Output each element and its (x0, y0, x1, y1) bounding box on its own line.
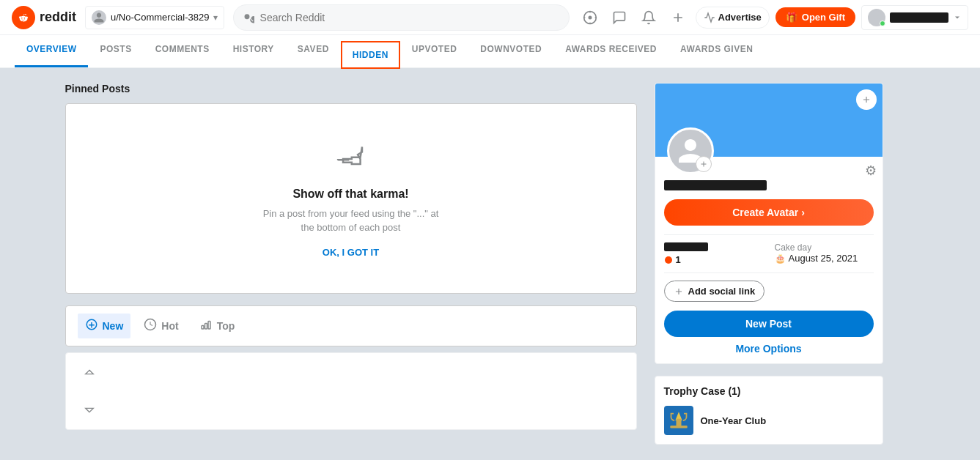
trophy-name: One-Year Club (701, 415, 767, 426)
ok-got-it-link[interactable]: OK, I GOT IT (323, 247, 379, 258)
profile-username (664, 180, 767, 190)
pin-icon (328, 135, 374, 181)
more-options-link[interactable]: More Options (664, 343, 874, 355)
create-avatar-label: Create Avatar (732, 207, 798, 218)
online-indicator (880, 21, 885, 26)
cake-icon: 🎂 (775, 253, 786, 264)
trophy-badge (664, 406, 693, 435)
svg-rect-8 (670, 426, 687, 429)
new-post-label: New Post (745, 318, 792, 330)
main-content: Pinned Posts Show off that karma! Pin a … (51, 68, 930, 459)
tab-awards-given[interactable]: AWARDS GIVEN (668, 35, 765, 67)
trophy-icon (668, 410, 689, 431)
sort-bar: New Hot Top (65, 305, 637, 346)
user-dropdown[interactable]: u/No-Commercial-3829 ▾ (85, 6, 224, 29)
chat-btn[interactable] (608, 6, 631, 29)
cake-day-col: Cake day 🎂 August 25, 2021 (775, 242, 874, 265)
upvote-btn-1[interactable] (81, 365, 98, 382)
user-avatar-nav (868, 9, 885, 26)
karma-row: 1 Cake day 🎂 August 25, 2021 (664, 242, 874, 265)
left-column: Pinned Posts Show off that karma! Pin a … (65, 83, 637, 445)
chevron-down-icon (953, 13, 962, 22)
user-profile-nav[interactable] (861, 5, 968, 30)
profile-card: ⚙ Create Avatar › 1 (655, 83, 883, 364)
svg-rect-5 (202, 326, 204, 330)
downvote-btn-1[interactable] (81, 400, 98, 418)
tab-comments[interactable]: COMMENTS (144, 35, 221, 67)
search-bar[interactable] (233, 4, 569, 31)
sort-hot-label: Hot (161, 320, 178, 332)
sort-top-label: Top (217, 320, 235, 332)
gift-emoji: 🎁 (786, 12, 797, 23)
tab-upvoted[interactable]: UPVOTED (400, 35, 469, 67)
tab-saved[interactable]: SAVED (286, 35, 341, 67)
trophy-item: One-Year Club (664, 406, 874, 435)
vote-column-1 (78, 365, 101, 418)
add-banner-btn[interactable] (856, 89, 877, 110)
trophy-case-card: Trophy Case (1) One-Year Club (655, 376, 883, 445)
advertise-label: Advertise (718, 12, 762, 23)
pinned-card-description: Pin a post from your feed using the "...… (256, 207, 446, 235)
search-icon (243, 12, 254, 23)
search-input[interactable] (260, 12, 560, 23)
karma-icon (664, 256, 673, 264)
tab-posts[interactable]: POSTS (88, 35, 143, 67)
trophy-case-title: Trophy Case (1) (664, 385, 874, 397)
svg-point-2 (588, 15, 592, 19)
compass-btn[interactable] (578, 6, 602, 29)
karma-value: 1 (664, 254, 763, 265)
sort-top-btn[interactable]: Top (192, 314, 243, 338)
sort-new-label: New (103, 320, 124, 332)
profile-banner (655, 84, 883, 157)
cake-day-value: 🎂 August 25, 2021 (775, 253, 874, 264)
add-social-btn[interactable]: Add social link (664, 281, 765, 302)
pinned-posts-card: Show off that karma! Pin a post from you… (65, 103, 637, 294)
open-gift-btn[interactable]: 🎁 Open Gift (775, 7, 855, 27)
reddit-wordmark: reddit (40, 10, 76, 25)
tab-hidden[interactable]: HIDDEN (341, 41, 400, 69)
top-navigation: reddit u/No-Commercial-3829 ▾ (0, 0, 980, 35)
svg-rect-9 (676, 419, 681, 426)
new-sort-icon (85, 318, 98, 334)
new-post-btn[interactable]: New Post (664, 311, 874, 337)
divider-1 (664, 234, 874, 235)
tab-downvoted[interactable]: DOWNVOTED (468, 35, 553, 67)
svg-rect-6 (205, 324, 207, 330)
add-social-label: Add social link (688, 286, 756, 297)
bell-btn[interactable] (637, 6, 660, 29)
cake-day-label: Cake day (775, 242, 874, 253)
tab-awards-received[interactable]: AWARDS RECEIVED (553, 35, 668, 67)
profile-tabs: OVERVIEW POSTS COMMENTS HISTORY SAVED HI… (0, 35, 980, 68)
profile-card-body: ⚙ Create Avatar › 1 (655, 157, 883, 363)
tab-history[interactable]: HISTORY (221, 35, 286, 67)
plus-icon (674, 286, 684, 297)
karma-col: 1 (664, 242, 763, 265)
karma-label-blurred (664, 242, 708, 251)
svg-line-3 (336, 153, 348, 165)
username-text: u/No-Commercial-3829 (111, 12, 209, 23)
sort-new-btn[interactable]: New (78, 314, 131, 338)
user-avatar-small (92, 10, 106, 25)
nav-icons: Advertise 🎁 Open Gift (578, 5, 968, 30)
open-gift-label: Open Gift (802, 12, 845, 23)
divider-2 (664, 272, 874, 273)
blurred-username (890, 12, 948, 23)
dropdown-chevron: ▾ (213, 12, 218, 23)
hot-sort-icon (144, 318, 157, 334)
reddit-icon (12, 6, 35, 29)
pinned-card-heading: Show off that karma! (292, 188, 408, 201)
advertise-btn[interactable]: Advertise (696, 7, 770, 29)
tab-overview[interactable]: OVERVIEW (15, 35, 88, 67)
plus-btn[interactable] (666, 6, 690, 29)
pinned-posts-title: Pinned Posts (65, 83, 637, 94)
sort-hot-btn[interactable]: Hot (136, 314, 185, 338)
gear-settings-btn[interactable]: ⚙ (865, 163, 877, 179)
top-sort-icon (199, 318, 213, 334)
create-avatar-chevron: › (801, 207, 805, 218)
reddit-logo[interactable]: reddit (12, 6, 76, 29)
right-column: ⚙ Create Avatar › 1 (655, 83, 883, 445)
svg-rect-7 (208, 322, 210, 330)
hidden-posts-area (65, 352, 637, 430)
create-avatar-btn[interactable]: Create Avatar › (664, 199, 874, 226)
